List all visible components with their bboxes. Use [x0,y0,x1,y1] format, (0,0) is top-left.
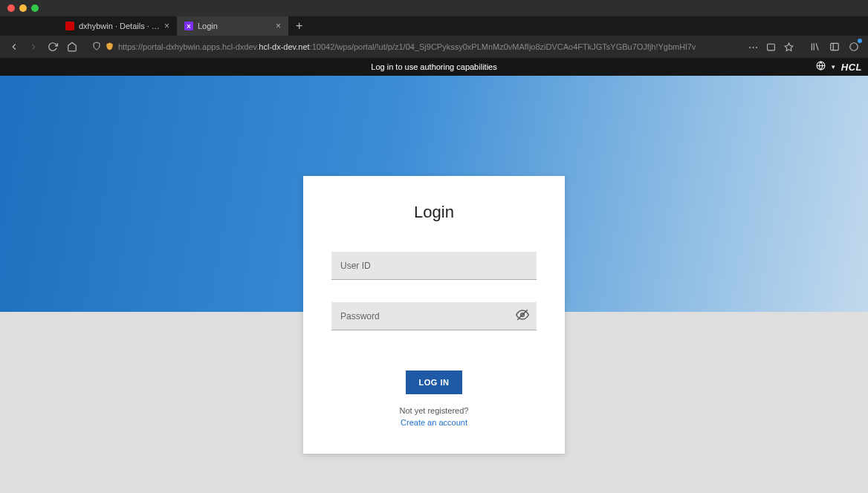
sidebar-icon[interactable] [828,40,841,53]
close-icon[interactable]: × [164,22,169,30]
close-icon[interactable]: × [276,22,281,30]
eye-hidden-icon[interactable] [516,308,529,324]
hcl-brand-logo: HCL [841,62,862,73]
notice-bar-right: ▾ HCL [816,61,862,73]
mac-titlebar [0,0,868,16]
login-favicon-icon: X [184,22,193,30]
not-registered-text: Not yet registered? [400,406,469,415]
svg-rect-2 [831,43,839,50]
url-suffix: :10042/wps/portal/!ut/p/z1/04_Sj9CPykssy… [310,42,696,51]
svg-rect-0 [767,44,774,50]
nav-icons-left [7,40,79,53]
window-minimize-icon[interactable] [19,4,27,12]
nav-icons-right [809,40,861,53]
tab-label: dxhybwin · Details · Red Hat O… [79,22,160,30]
reader-icon[interactable] [764,40,777,53]
ellipsis-icon[interactable]: ⋯ [746,40,760,53]
browser-tab-login[interactable]: X Login × [177,16,288,36]
new-tab-button[interactable]: + [288,16,310,36]
login-title: Login [414,203,454,222]
page-content: Login User ID Password LOG IN Not yet re… [0,76,868,493]
extension-icon[interactable] [847,40,861,53]
library-icon[interactable] [809,40,822,53]
bookmark-star-icon[interactable] [782,40,795,53]
url-text: https://portal-dxhybwin.apps.hcl-dxdev.h… [118,42,742,51]
user-id-field[interactable]: User ID [331,252,537,280]
reload-icon[interactable] [46,40,59,53]
login-button[interactable]: LOG IN [406,370,463,394]
authoring-notice-bar: Log in to use authoring capabilities ▾ H… [0,58,868,76]
password-placeholder: Password [340,311,380,321]
svg-marker-1 [785,43,793,50]
login-card: Login User ID Password LOG IN Not yet re… [303,176,565,454]
forward-icon [27,40,40,53]
redhat-favicon-icon [65,22,74,30]
notice-text: Log in to use authoring capabilities [371,62,496,71]
globe-icon[interactable] [816,61,826,73]
tab-label: Login [198,22,271,30]
browser-tabs-row: dxhybwin · Details · Red Hat O… × X Logi… [0,16,868,36]
window-close-icon[interactable] [7,4,15,12]
browser-toolbar: https://portal-dxhybwin.apps.hcl-dxdev.h… [0,36,868,58]
shield-icon[interactable] [92,42,101,53]
window-zoom-icon[interactable] [31,4,39,12]
dropdown-caret-icon[interactable]: ▾ [832,63,835,71]
back-icon[interactable] [7,40,21,53]
user-id-placeholder: User ID [340,261,371,271]
url-bar[interactable]: https://portal-dxhybwin.apps.hcl-dxdev.h… [86,38,801,56]
browser-tab-redhat[interactable]: dxhybwin · Details · Red Hat O… × [58,16,177,36]
create-account-link[interactable]: Create an account [401,418,467,427]
url-prefix: https://portal-dxhybwin.apps.hcl-dxdev. [118,42,259,51]
lock-warning-icon[interactable] [106,42,114,52]
url-domain: hcl-dx-dev.net [259,42,309,51]
home-icon[interactable] [65,40,79,53]
password-field[interactable]: Password [331,302,537,330]
svg-point-4 [850,43,858,51]
